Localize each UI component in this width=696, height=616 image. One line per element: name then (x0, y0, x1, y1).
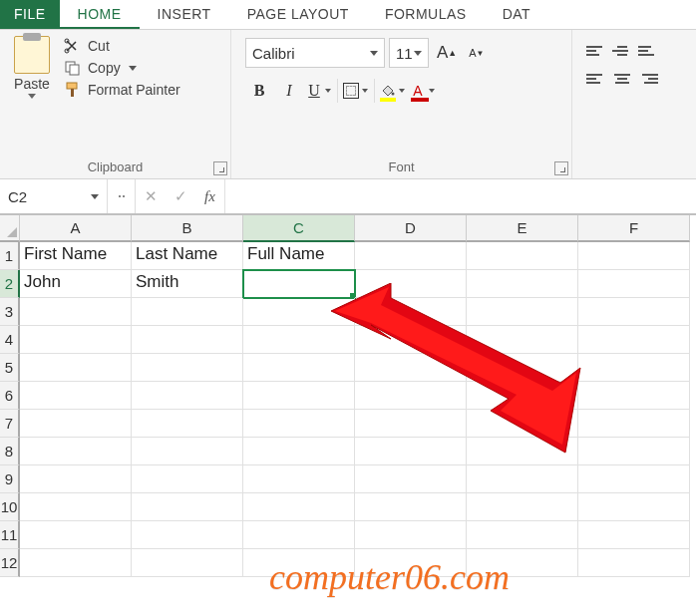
cell-C4[interactable] (243, 326, 355, 354)
font-color-button[interactable]: A (409, 76, 437, 106)
cell-E9[interactable] (467, 465, 578, 493)
cell-C3[interactable] (243, 298, 355, 326)
cell-F11[interactable] (578, 521, 690, 549)
cell-C1[interactable]: Full Name (243, 242, 355, 270)
grow-font-button[interactable]: A▲ (433, 38, 461, 68)
tab-home[interactable]: HOME (60, 0, 140, 29)
fill-color-button[interactable] (379, 76, 407, 106)
cell-C6[interactable] (243, 382, 355, 410)
row-header[interactable]: 12 (0, 549, 20, 577)
enter-formula-button[interactable]: ✓ (166, 179, 195, 213)
cell-B6[interactable] (132, 382, 243, 410)
cell-A4[interactable] (20, 326, 132, 354)
cell-A2[interactable]: John (20, 270, 132, 298)
row-header[interactable]: 9 (0, 465, 20, 493)
cell-E1[interactable] (467, 242, 578, 270)
cell-A12[interactable] (20, 549, 132, 577)
tab-data[interactable]: DAT (485, 0, 548, 29)
column-header[interactable]: A (20, 215, 132, 242)
insert-function-button[interactable]: fx (195, 179, 225, 213)
cell-D7[interactable] (355, 410, 467, 438)
cell-F5[interactable] (578, 354, 690, 382)
cell-A1[interactable]: First Name (20, 242, 132, 270)
cell-B4[interactable] (132, 326, 243, 354)
bold-button[interactable]: B (245, 76, 273, 106)
tab-formulas[interactable]: FORMULAS (367, 0, 485, 29)
cell-E10[interactable] (467, 493, 578, 521)
cell-B8[interactable] (132, 438, 243, 465)
column-header[interactable]: E (467, 215, 578, 242)
cell-F1[interactable] (578, 242, 690, 270)
cell-E2[interactable] (467, 270, 578, 298)
cell-F7[interactable] (578, 410, 690, 438)
align-middle-button[interactable] (610, 40, 634, 62)
cell-C9[interactable] (243, 465, 355, 493)
row-header[interactable]: 1 (0, 242, 20, 270)
cell-D11[interactable] (355, 521, 467, 549)
cell-B9[interactable] (132, 465, 243, 493)
cell-D4[interactable] (355, 326, 467, 354)
align-left-button[interactable] (584, 68, 608, 90)
column-header[interactable]: F (578, 215, 690, 242)
row-header[interactable]: 7 (0, 410, 20, 438)
cell-C11[interactable] (243, 521, 355, 549)
cell-A9[interactable] (20, 465, 132, 493)
cell-E7[interactable] (467, 410, 578, 438)
cell-C5[interactable] (243, 354, 355, 382)
cell-D6[interactable] (355, 382, 467, 410)
cell-B3[interactable] (132, 298, 243, 326)
tab-file[interactable]: FILE (0, 0, 60, 29)
copy-button[interactable]: Copy (64, 60, 180, 76)
font-dialog-launcher[interactable] (554, 161, 568, 175)
formula-bar-resize[interactable] (108, 179, 136, 213)
cell-F3[interactable] (578, 298, 690, 326)
cell-B11[interactable] (132, 521, 243, 549)
cell-D9[interactable] (355, 465, 467, 493)
cell-D1[interactable] (355, 242, 467, 270)
cut-button[interactable]: Cut (64, 38, 180, 54)
cell-E6[interactable] (467, 382, 578, 410)
cell-E4[interactable] (467, 326, 578, 354)
row-header[interactable]: 4 (0, 326, 20, 354)
cell-B2[interactable]: Smith (132, 270, 243, 298)
column-header[interactable]: D (355, 215, 467, 242)
row-header[interactable]: 11 (0, 521, 20, 549)
row-header[interactable]: 8 (0, 438, 20, 465)
cell-B12[interactable] (132, 549, 243, 577)
cell-C2[interactable] (243, 270, 355, 298)
row-header[interactable]: 6 (0, 382, 20, 410)
align-center-button[interactable] (610, 68, 634, 90)
cell-F10[interactable] (578, 493, 690, 521)
cell-C8[interactable] (243, 438, 355, 465)
underline-button[interactable]: U (305, 76, 333, 106)
cell-D10[interactable] (355, 493, 467, 521)
cell-A5[interactable] (20, 354, 132, 382)
align-top-button[interactable] (584, 40, 608, 62)
cell-A7[interactable] (20, 410, 132, 438)
cell-C10[interactable] (243, 493, 355, 521)
cell-A10[interactable] (20, 493, 132, 521)
cell-E3[interactable] (467, 298, 578, 326)
cell-F4[interactable] (578, 326, 690, 354)
column-header[interactable]: B (132, 215, 243, 242)
format-painter-button[interactable]: Format Painter (64, 82, 180, 98)
row-header[interactable]: 10 (0, 493, 20, 521)
align-bottom-button[interactable] (636, 40, 660, 62)
cell-E11[interactable] (467, 521, 578, 549)
align-right-button[interactable] (636, 68, 660, 90)
cell-F12[interactable] (578, 549, 690, 577)
font-name-select[interactable]: Calibri (245, 38, 385, 68)
cell-F6[interactable] (578, 382, 690, 410)
cell-E8[interactable] (467, 438, 578, 465)
cell-F2[interactable] (578, 270, 690, 298)
paste-button[interactable]: Paste (8, 34, 56, 157)
row-header[interactable]: 2 (0, 270, 20, 298)
shrink-font-button[interactable]: A▼ (465, 38, 488, 68)
select-all-corner[interactable] (0, 215, 20, 242)
italic-button[interactable]: I (275, 76, 303, 106)
tab-insert[interactable]: INSERT (140, 0, 229, 29)
cancel-formula-button[interactable]: ✕ (136, 179, 166, 213)
formula-input[interactable] (225, 179, 696, 213)
row-header[interactable]: 3 (0, 298, 20, 326)
cell-B1[interactable]: Last Name (132, 242, 243, 270)
